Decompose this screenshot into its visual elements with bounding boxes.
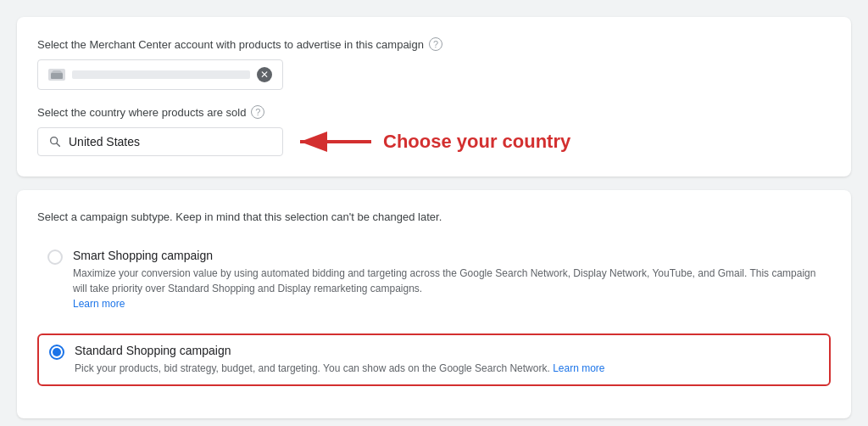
smart-shopping-desc: Maximize your conversion value by using …	[73, 266, 821, 311]
subtype-label: Select a campaign subtype. Keep in mind …	[37, 210, 831, 223]
search-icon	[48, 135, 62, 149]
radio-selected-dot	[53, 348, 61, 356]
merchant-country-card: Select the Merchant Center account with …	[17, 17, 851, 177]
merchant-store-icon	[48, 69, 65, 81]
country-input-wrapper[interactable]	[37, 127, 283, 156]
svg-marker-1	[51, 70, 63, 73]
arrow-annotation: Choose your country	[297, 130, 570, 154]
smart-shopping-learn-more[interactable]: Learn more	[73, 298, 125, 310]
country-input[interactable]	[69, 135, 272, 149]
standard-shopping-desc-text: Pick your products, bid strategy, budget…	[75, 362, 550, 374]
merchant-account-placeholder	[72, 70, 250, 79]
merchant-label-text: Select the Merchant Center account with …	[37, 38, 424, 51]
smart-shopping-title: Smart Shopping campaign	[73, 249, 821, 262]
svg-line-3	[57, 143, 60, 147]
svg-rect-0	[51, 73, 63, 79]
campaign-subtype-card: Select a campaign subtype. Keep in mind …	[17, 190, 851, 418]
smart-shopping-option[interactable]: Smart Shopping campaign Maximize your co…	[37, 238, 831, 322]
standard-shopping-title: Standard Shopping campaign	[75, 344, 819, 357]
arrow-icon	[297, 130, 373, 154]
smart-shopping-desc-text: Maximize your conversion value by using …	[73, 267, 815, 294]
standard-shopping-learn-more[interactable]: Learn more	[553, 362, 604, 374]
country-label-text: Select the country where products are so…	[37, 106, 246, 119]
standard-shopping-content: Standard Shopping campaign Pick your pro…	[75, 344, 819, 376]
merchant-help-icon[interactable]: ?	[429, 37, 442, 51]
country-help-icon[interactable]: ?	[251, 105, 264, 119]
annotation-text: Choose your country	[383, 131, 570, 153]
merchant-clear-button[interactable]: ✕	[257, 67, 272, 82]
merchant-input-row[interactable]: ✕	[37, 59, 283, 90]
standard-shopping-radio[interactable]	[49, 345, 64, 360]
merchant-label: Select the Merchant Center account with …	[37, 37, 831, 51]
standard-shopping-option[interactable]: Standard Shopping campaign Pick your pro…	[37, 334, 831, 386]
country-label: Select the country where products are so…	[37, 105, 831, 119]
smart-shopping-content: Smart Shopping campaign Maximize your co…	[73, 249, 821, 311]
country-row: Choose your country	[37, 127, 831, 156]
smart-shopping-radio[interactable]	[47, 249, 63, 265]
standard-shopping-desc: Pick your products, bid strategy, budget…	[75, 361, 819, 376]
